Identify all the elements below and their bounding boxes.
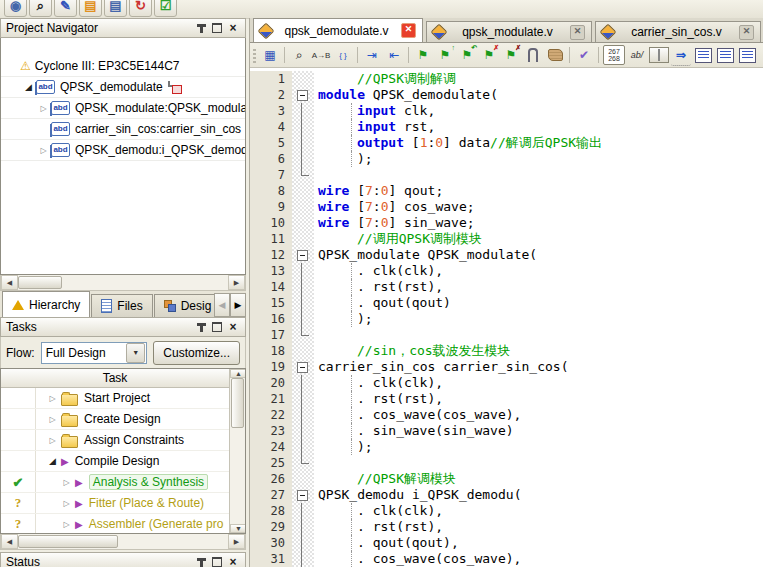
next-bookmark-icon[interactable]: ⚑↑ (435, 45, 455, 65)
previous-bookmark-icon[interactable]: ⚑↶ (457, 45, 477, 65)
insert-template-icon[interactable]: ▦ (260, 45, 280, 65)
scroll-thumb[interactable] (231, 378, 244, 428)
navigator-tab-files[interactable]: Files (91, 294, 152, 317)
code-text[interactable]: input clk, (314, 103, 763, 119)
line-counter[interactable]: 267268 (603, 45, 625, 65)
code-text[interactable]: . rst(rst), (314, 391, 763, 407)
code-text[interactable]: //sin，cos载波发生模块 (314, 343, 763, 359)
close-tab-icon[interactable]: ✕ (739, 25, 754, 40)
code-editor[interactable]: 1//QPSK调制解调2module QPSK_demodulate(3inpu… (250, 68, 763, 567)
code-text[interactable]: module QPSK_demodulate( (314, 87, 763, 103)
code-text[interactable]: //调用QPSK调制模块 (314, 231, 763, 247)
outline-pane-icon-2[interactable] (715, 45, 735, 65)
find-icon[interactable]: ⌕ (289, 45, 309, 65)
insert-template-scroll-icon[interactable] (545, 45, 565, 65)
tree-row[interactable]: ▷abdQPSK_modulate:QPSK_modulate (1, 98, 245, 119)
code-text[interactable]: QPSK_demodu i_QPSK_demodu( (314, 487, 763, 503)
fold-minus-icon[interactable] (297, 250, 308, 261)
matching-delimiter-icon[interactable]: { } (333, 45, 353, 65)
code-text[interactable]: ); (314, 311, 763, 327)
replace-icon[interactable]: A→B (311, 45, 331, 65)
scroll-right-icon[interactable]: ▶ (228, 534, 245, 549)
scroll-left-icon[interactable]: ◀ (1, 275, 18, 290)
toolbar-grip[interactable] (253, 47, 256, 63)
code-text[interactable]: . clk(clk), (314, 263, 763, 279)
editor-tab-carrier_sin_cos-v[interactable]: carrier_sin_cos.v✕ (595, 21, 761, 42)
navigator-hscrollbar[interactable]: ◀ ▶ (0, 275, 246, 291)
outline-pane-icon-3[interactable] (737, 45, 757, 65)
outline-pane-icon-1[interactable] (693, 45, 713, 65)
task-row[interactable]: ?▷▶Fitter (Place & Route) (1, 493, 229, 514)
code-text[interactable] (314, 167, 763, 183)
expander-icon[interactable]: ▷ (37, 146, 50, 155)
fold-margin[interactable] (292, 87, 314, 103)
tasks-vscrollbar[interactable]: ▲ ▼ (229, 369, 245, 533)
expander-icon[interactable]: ▷ (60, 499, 73, 508)
fold-margin[interactable] (292, 487, 314, 503)
tree-row[interactable]: ▷abdQPSK_demodu:i_QPSK_demodu (1, 140, 245, 161)
flow-select[interactable]: Full Design ▼ (41, 342, 148, 364)
notepad-icon[interactable]: ▤ (79, 0, 102, 17)
close-icon[interactable]: × (226, 556, 240, 567)
paperclip-icon[interactable] (523, 45, 543, 65)
fold-minus-icon[interactable] (297, 362, 308, 373)
code-text[interactable]: carrier_sin_cos carrier_sin_cos( (314, 359, 763, 375)
indent-icon[interactable]: ⇥ (362, 45, 382, 65)
code-text[interactable]: . cos_wave(cos_wave), (314, 551, 763, 567)
code-text[interactable] (314, 455, 763, 471)
code-text[interactable]: . clk(clk), (314, 375, 763, 391)
edit-pencil-icon[interactable]: ✎ (54, 0, 77, 17)
code-text[interactable]: . qout(qout) (314, 295, 763, 311)
tree-row[interactable]: ⚠Cyclone III: EP3C5E144C7 (1, 56, 245, 77)
expander-icon[interactable]: ◢ (22, 82, 35, 92)
fold-margin[interactable] (292, 359, 314, 375)
compass-close-icon[interactable]: ◉ (4, 0, 27, 17)
find-in-files-icon[interactable]: ⌕ (29, 0, 52, 17)
scroll-right-icon[interactable]: ▶ (228, 275, 245, 290)
check-document-icon[interactable]: ☑ (154, 0, 177, 17)
unindent-icon[interactable]: ⇤ (384, 45, 404, 65)
float-icon[interactable] (210, 321, 224, 334)
task-row[interactable]: ?▷▶Assembler (Generate pro (1, 514, 229, 533)
code-text[interactable]: ); (314, 151, 763, 167)
scroll-thumb[interactable] (18, 535, 118, 548)
scroll-down-icon[interactable]: ▼ (230, 524, 246, 533)
scroll-up-icon[interactable]: ▲ (230, 369, 246, 378)
expander-icon[interactable]: ▷ (46, 415, 59, 424)
fold-minus-icon[interactable] (297, 490, 308, 501)
delete-all-bookmarks-icon[interactable]: ⚑✗ (501, 45, 521, 65)
code-text[interactable]: //QPSK解调模块 (314, 471, 763, 487)
analyze-check-icon[interactable]: ✔ (574, 45, 594, 65)
task-row[interactable]: ✔▷▶Analysis & Synthesis (1, 472, 229, 493)
code-text[interactable]: //QPSK调制解调 (314, 71, 763, 87)
code-text[interactable]: wire [7:0] cos_wave; (314, 199, 763, 215)
pin-icon[interactable] (194, 321, 208, 334)
code-text[interactable]: . rst(rst), (314, 519, 763, 535)
code-text[interactable]: . clk(clk), (314, 503, 763, 519)
expander-icon[interactable]: ▷ (46, 394, 59, 403)
tree-row[interactable]: ◢abdQPSK_demodulate (1, 77, 245, 98)
task-row[interactable]: ▷Start Project (1, 388, 229, 409)
task-row[interactable]: ▷Assign Constraints (1, 430, 229, 451)
navigator-tab-hierarchy[interactable]: Hierarchy (2, 291, 90, 317)
customize-button[interactable]: Customize... (153, 341, 240, 365)
expander-icon[interactable]: ◢ (46, 456, 59, 466)
pin-icon[interactable] (194, 556, 208, 567)
code-text[interactable]: input rst, (314, 119, 763, 135)
expander-icon[interactable]: ▷ (60, 520, 73, 529)
editor-tab-qpsk_demodulate-v[interactable]: qpsk_demodulate.v✕ (253, 18, 423, 42)
task-column-header[interactable]: Task (1, 369, 229, 388)
settings-list-icon[interactable]: ▤ (104, 0, 127, 17)
code-text[interactable]: QPSK_modulate QPSK_modulate( (314, 247, 763, 263)
code-text[interactable]: . cos_wave(cos_wave), (314, 407, 763, 423)
expander-icon[interactable]: ▷ (46, 436, 59, 445)
task-row[interactable]: ▷Create Design (1, 409, 229, 430)
code-text[interactable]: wire [7:0] qout; (314, 183, 763, 199)
tasks-hscrollbar[interactable]: ◀ ▶ (0, 534, 246, 550)
project-navigator-tree[interactable]: ⚠Cyclone III: EP3C5E144C7◢abdQPSK_demodu… (0, 38, 246, 275)
tabs-scroll-left-icon[interactable]: ◀ (214, 293, 230, 317)
expander-icon[interactable]: ▷ (60, 478, 73, 487)
close-tab-icon[interactable]: ✕ (401, 23, 416, 38)
chevron-down-icon[interactable]: ▼ (126, 343, 145, 363)
goto-arrow-icon[interactable]: ⇒ (671, 45, 691, 66)
